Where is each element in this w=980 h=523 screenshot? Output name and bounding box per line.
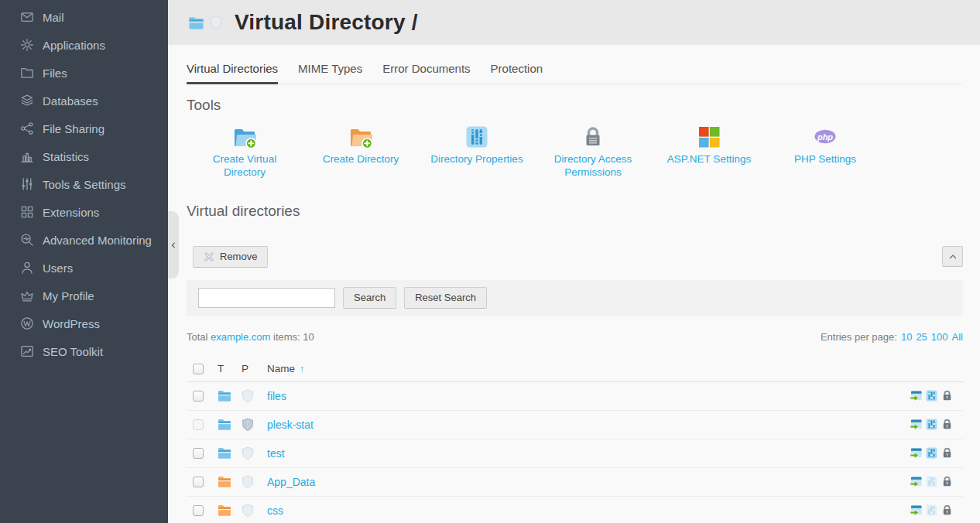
remove-button[interactable]: Remove [193,246,268,268]
table-body: files plesk-stat test App_Data [187,382,963,523]
search-input[interactable] [198,288,335,308]
tool-label: Directory Properties [425,153,529,166]
directory-name-link[interactable]: plesk-stat [267,419,314,431]
entries-label: Entries per page: [821,331,897,343]
sidebar-item-users[interactable]: Users [0,254,168,282]
row-checkbox[interactable] [193,391,204,402]
access-permissions-icon[interactable] [941,504,954,517]
tab-error-documents[interactable]: Error Documents [382,62,470,84]
virtual-directories-heading: Virtual directories [187,203,961,220]
tool-label: Create Directory [309,153,413,166]
directory-name-link[interactable]: css [267,504,283,517]
access-permissions-icon[interactable] [941,446,954,460]
folder-outline-icon [20,66,34,80]
directory-properties-icon[interactable] [925,418,938,431]
access-permissions-icon[interactable] [941,389,954,402]
sidebar-item-files[interactable]: Files [0,59,168,87]
access-permissions-icon[interactable] [941,418,954,431]
blocks-icon [20,205,34,219]
sidebar-item-wordpress[interactable]: WordPress [0,309,168,337]
remove-x-icon [204,251,214,262]
tab-mime-types[interactable]: MIME Types [298,62,362,84]
share-icon [20,121,34,135]
tab-virtual-directories[interactable]: Virtual Directories [187,62,278,84]
select-all-checkbox[interactable] [193,364,204,374]
sidebar-collapse-handle[interactable] [168,211,179,279]
directory-name-link[interactable]: App_Data [267,476,315,488]
table-row-files: files [187,382,963,411]
row-checkbox[interactable] [193,477,204,487]
folder-plus-orange-icon [348,125,373,149]
table-row-css: css [187,497,963,523]
directory-properties-icon[interactable] [925,389,938,402]
sidebar-item-applications[interactable]: Applications [0,31,168,59]
sidebar-item-tools-settings[interactable]: Tools & Settings [0,170,168,198]
sort-ascending-icon[interactable]: ↑ [300,364,304,374]
app-root: Mail Applications Files Databases File S… [0,0,980,523]
sidebar-item-file-sharing[interactable]: File Sharing [0,115,168,142]
entries-option-100[interactable]: 100 [931,331,948,343]
open-in-web-icon[interactable] [910,418,923,431]
open-in-web-icon[interactable] [910,475,923,488]
bar-chart-icon [20,149,34,163]
total-suffix: items: 10 [273,331,314,343]
main-content: Virtual Directory / Virtual DirectoriesM… [168,0,980,523]
sidebar-item-seo-toolkit[interactable]: SEO Toolkit [0,337,168,365]
tool-asp-net-settings[interactable]: ASP.NET Settings [651,125,767,179]
sidebar-item-extensions[interactable]: Extensions [0,198,168,226]
directory-name-link[interactable]: test [267,447,285,460]
tool-create-directory[interactable]: Create Directory [303,125,419,179]
reset-search-button[interactable]: Reset Search [404,287,487,309]
sidebar-item-label: Mail [43,11,64,24]
tool-directory-properties[interactable]: Directory Properties [419,125,535,179]
table-row-app-data: App_Data [187,468,963,497]
chevron-left-icon [169,241,178,250]
php-icon: php [813,125,838,149]
directory-properties-icon[interactable] [925,504,938,517]
tool-label: Create Virtual Directory [193,153,296,179]
tab-protection[interactable]: Protection [491,62,543,84]
sidebar-item-label: Tools & Settings [43,178,126,191]
folder-orange-icon [218,504,242,516]
collapse-list-button[interactable] [942,246,963,267]
search-button[interactable]: Search [343,287,396,309]
row-checkbox[interactable] [193,448,204,459]
row-checkbox[interactable] [193,505,204,516]
sidebar-item-databases[interactable]: Databases [0,87,168,115]
sidebar-item-statistics[interactable]: Statistics [0,142,168,170]
sidebar-item-label: File Sharing [43,122,105,135]
remove-button-label: Remove [220,251,257,262]
domain-link[interactable]: example.com [211,331,270,343]
tool-directory-access-permissions[interactable]: Directory Access Permissions [535,125,651,179]
tab-bar: Virtual DirectoriesMIME TypesError Docum… [187,62,961,84]
properties-sliders-icon [464,125,489,149]
open-in-web-icon[interactable] [910,446,923,460]
entries-per-page: Entries per page:1025100All [821,331,963,343]
sidebar-item-advanced-monitoring[interactable]: Advanced Monitoring [0,226,168,254]
sidebar-item-my-profile[interactable]: My Profile [0,282,168,309]
column-protection: P [242,363,267,374]
sidebar-item-label: Extensions [43,206,99,219]
tab-label: MIME Types [298,62,362,75]
directory-name-link[interactable]: files [267,390,286,402]
tool-create-virtual-directory[interactable]: Create Virtual Directory [187,125,303,179]
directory-properties-icon[interactable] [925,446,938,460]
folder-blue-icon [218,447,242,459]
mail-icon [20,10,34,24]
folder-plus-blue-icon [232,125,257,149]
page-title: Virtual Directory / [235,10,418,35]
row-checkbox[interactable] [193,419,204,430]
open-in-web-icon[interactable] [910,504,923,517]
tab-label: Protection [491,62,543,75]
entries-option-25[interactable]: 25 [916,331,927,343]
entries-option-all[interactable]: All [952,331,963,343]
directory-properties-icon[interactable] [925,475,938,488]
tool-php-settings[interactable]: php PHP Settings [767,125,883,179]
reset-search-button-label: Reset Search [415,292,476,303]
access-permissions-icon[interactable] [941,475,954,488]
sidebar-item-mail[interactable]: Mail [0,3,168,31]
open-in-web-icon[interactable] [910,389,923,402]
total-prefix: Total [187,331,207,343]
column-name[interactable]: Name [267,363,295,374]
entries-option-10[interactable]: 10 [901,331,912,343]
